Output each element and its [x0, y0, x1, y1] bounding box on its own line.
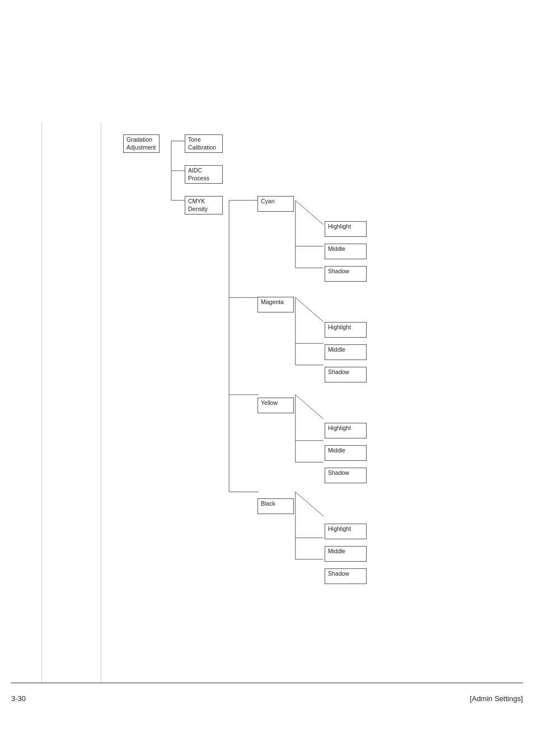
node-magenta-middle: Middle: [325, 344, 367, 360]
label-aidc-process: AIDC Process: [188, 167, 209, 182]
label-cyan-shadow: Shadow: [328, 268, 349, 276]
label-magenta: Magenta: [261, 298, 284, 306]
node-yellow-middle: Middle: [325, 445, 367, 461]
node-box-magenta: Magenta: [257, 297, 294, 312]
node-box-cyan: Cyan: [257, 196, 294, 212]
node-box-cyan-middle: Middle: [325, 244, 367, 259]
node-box-black-shadow: Shadow: [325, 568, 367, 584]
label-cyan-highlight: Highlight: [328, 223, 351, 231]
node-cmyk-density: CMYK Density: [185, 196, 223, 214]
svg-line-12: [296, 200, 324, 225]
left-col-line-2: [101, 123, 101, 683]
node-box-yellow-middle: Middle: [325, 445, 367, 461]
node-box-gradation-adjustment: Gradation Adjustment: [123, 134, 160, 153]
label-black-shadow: Shadow: [328, 570, 349, 578]
label-magenta-middle: Middle: [328, 346, 345, 354]
node-yellow-highlight: Highlight: [325, 423, 367, 438]
label-yellow-shadow: Shadow: [328, 469, 349, 477]
node-box-black-highlight: Highlight: [325, 524, 367, 539]
node-magenta: Magenta: [257, 297, 294, 312]
label-black: Black: [261, 500, 275, 508]
node-black: Black: [257, 498, 294, 514]
node-box-yellow: Yellow: [257, 398, 294, 413]
node-black-highlight: Highlight: [325, 524, 367, 539]
left-col-line-1: [41, 123, 42, 683]
node-cyan-middle: Middle: [325, 244, 367, 259]
node-box-cyan-shadow: Shadow: [325, 266, 367, 282]
node-box-magenta-highlight: Highlight: [325, 322, 367, 338]
node-aidc-process: AIDC Process: [185, 165, 223, 184]
node-box-yellow-highlight: Highlight: [325, 423, 367, 438]
node-magenta-highlight: Highlight: [325, 322, 367, 338]
node-box-magenta-shadow: Shadow: [325, 367, 367, 382]
svg-line-27: [296, 492, 324, 516]
page-number: 3-30: [11, 694, 26, 703]
node-box-black-middle: Middle: [325, 546, 367, 562]
node-black-shadow: Shadow: [325, 568, 367, 584]
label-magenta-highlight: Highlight: [328, 324, 351, 332]
node-box-magenta-middle: Middle: [325, 344, 367, 360]
node-cyan-shadow: Shadow: [325, 266, 367, 282]
node-box-cmyk-density: CMYK Density: [185, 196, 223, 214]
node-box-tone-calibration: Tone Calibration: [185, 134, 223, 153]
svg-line-17: [296, 297, 324, 321]
node-box-yellow-shadow: Shadow: [325, 468, 367, 483]
node-cyan: Cyan: [257, 196, 294, 212]
node-yellow-shadow: Shadow: [325, 468, 367, 483]
label-magenta-shadow: Shadow: [328, 368, 349, 376]
footer: 3-30 [Admin Settings]: [11, 694, 523, 703]
tree-inner: Gradation Adjustment Tone Calibration AI…: [123, 123, 459, 571]
node-box-black: Black: [257, 498, 294, 514]
node-box-aidc-process: AIDC Process: [185, 165, 223, 184]
svg-line-22: [296, 395, 324, 419]
label-tone-calibration: Tone Calibration: [188, 136, 216, 151]
label-cyan-middle: Middle: [328, 245, 345, 253]
label-black-middle: Middle: [328, 548, 345, 556]
node-gradation-adjustment: Gradation Adjustment: [123, 134, 160, 153]
tree-container: Gradation Adjustment Tone Calibration AI…: [123, 123, 515, 571]
node-tone-calibration: Tone Calibration: [185, 134, 223, 153]
section-title: [Admin Settings]: [470, 694, 523, 703]
node-yellow: Yellow: [257, 398, 294, 413]
page-container: Gradation Adjustment Tone Calibration AI…: [0, 0, 534, 756]
label-black-highlight: Highlight: [328, 525, 351, 533]
label-yellow: Yellow: [261, 399, 278, 407]
label-cmyk-density: CMYK Density: [188, 198, 208, 213]
node-magenta-shadow: Shadow: [325, 367, 367, 382]
node-black-middle: Middle: [325, 546, 367, 562]
label-cyan: Cyan: [261, 198, 275, 206]
label-yellow-highlight: Highlight: [328, 424, 351, 432]
node-cyan-highlight: Highlight: [325, 221, 367, 237]
label-gradation-adjustment: Gradation Adjustment: [127, 136, 156, 151]
label-yellow-middle: Middle: [328, 447, 345, 455]
node-box-cyan-highlight: Highlight: [325, 221, 367, 237]
bottom-rule: [11, 683, 523, 683]
